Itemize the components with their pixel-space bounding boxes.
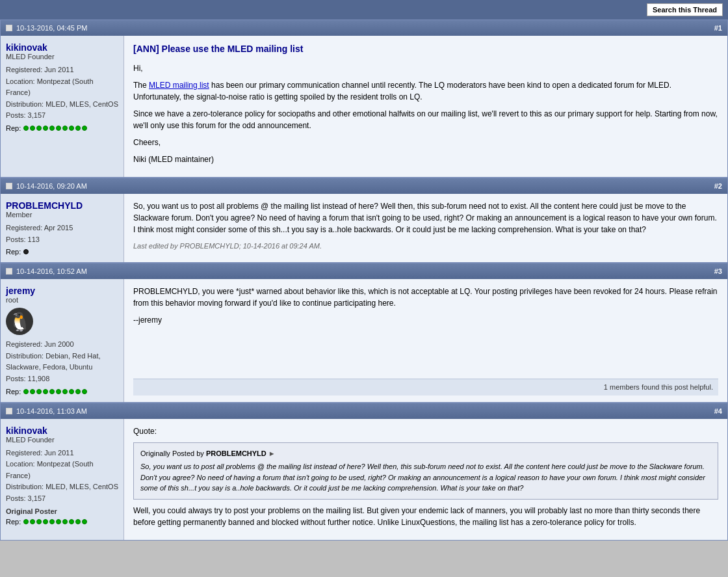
rep-dot <box>62 389 68 394</box>
rep-dot <box>30 126 35 131</box>
rep-dot <box>43 126 48 131</box>
post-1-header-left: 10-13-2016, 04:45 PM <box>6 24 87 32</box>
post-2-edit-note: Last edited by PROBLEMCHYLD; 10-14-2016 … <box>133 241 718 252</box>
rep-dot <box>82 389 87 394</box>
rep-dot <box>69 389 74 394</box>
post-3-posts: Posts: 11,908 <box>6 373 118 385</box>
post-3-user-info: jeremy root 🐧 Registered: Jun 2000 Distr… <box>1 279 124 401</box>
post-3-username[interactable]: jeremy <box>6 286 118 296</box>
post-3-para-0: PROBLEMCHYLD, you were *just* warned abo… <box>133 286 718 309</box>
quote-text: So, you want us to post all problems @ t… <box>140 461 711 494</box>
post-1-rep: Rep: <box>6 124 118 132</box>
op-label: Original Poster <box>6 507 118 515</box>
post-icon <box>6 408 12 414</box>
rep-dot <box>56 519 61 524</box>
post-4-username[interactable]: kikinovak <box>6 425 118 436</box>
post-4-quote-label: Quote: <box>133 425 718 437</box>
rep-dot <box>49 126 55 131</box>
post-4-para-0: Well, you could always try to post your … <box>133 505 718 528</box>
post-2-rep-dots <box>23 249 29 254</box>
post-1-user-meta: Registered: Jun 2011 Location: Montpezat… <box>6 64 118 122</box>
post-2-header: 10-14-2016, 09:20 AM #2 <box>1 178 727 194</box>
rep-dot <box>69 519 74 524</box>
rep-dot <box>23 126 29 131</box>
rep-dot <box>36 519 42 524</box>
rep-dot <box>82 126 87 131</box>
post-1-registered: Registered: Jun 2011 <box>6 64 118 76</box>
post-4-distribution: Distribution: MLED, MLES, CentOS <box>6 481 118 493</box>
post-4-content: Quote: Originally Posted by PROBLEMCHYLD… <box>124 419 727 540</box>
search-thread-button[interactable]: Search this Thread <box>647 3 723 16</box>
post-icon <box>6 25 12 31</box>
post-2-rep: Rep: <box>6 248 118 256</box>
rep-dot <box>49 519 55 524</box>
mled-mailing-list-link[interactable]: MLED mailing list <box>149 81 209 90</box>
post-3-rep-label: Rep: <box>6 388 21 396</box>
rep-dot <box>69 126 74 131</box>
quote-arrow-icon: ► <box>268 450 276 457</box>
post-3-date: 10-14-2016, 10:52 AM <box>16 267 87 275</box>
quote-author: PROBLEMCHYLD <box>206 450 266 457</box>
post-3-registered: Registered: Jun 2000 <box>6 339 118 351</box>
post-2-user-meta: Registered: Apr 2015 Posts: 113 <box>6 222 118 245</box>
tux-icon: 🐧 <box>8 311 31 332</box>
post-1-rep-label: Rep: <box>6 124 21 132</box>
post-4-user-title: MLED Founder <box>6 436 118 444</box>
post-2-para-0: So, you want us to post all problems @ t… <box>133 200 718 235</box>
rep-dot <box>23 389 29 394</box>
post-3-distribution: Distribution: Debian, Red Hat, Slackware… <box>6 351 118 373</box>
post-3: 10-14-2016, 10:52 AM #3 jeremy root 🐧 Re… <box>0 263 728 402</box>
rep-dot <box>43 389 48 394</box>
post-4-rep-dots <box>23 519 87 524</box>
post-1-body: kikinovak MLED Founder Registered: Jun 2… <box>1 36 727 177</box>
post-2-username[interactable]: PROBLEMCHYLD <box>6 200 118 211</box>
post-2-number: #2 <box>714 182 722 190</box>
post-4-rep-label: Rep: <box>6 518 21 526</box>
post-1-header: 10-13-2016, 04:45 PM #1 <box>1 20 727 36</box>
post-4-header: 10-14-2016, 11:03 AM #4 <box>1 403 727 419</box>
rep-dot <box>30 389 35 394</box>
post-3-rep: Rep: <box>6 388 118 396</box>
post-2: 10-14-2016, 09:20 AM #2 PROBLEMCHYLD Mem… <box>0 178 728 263</box>
post-3-user-meta: Registered: Jun 2000 Distribution: Debia… <box>6 339 118 384</box>
post-1-posts: Posts: 3,157 <box>6 110 118 122</box>
post-3-body: jeremy root 🐧 Registered: Jun 2000 Distr… <box>1 279 727 401</box>
post-2-posts: Posts: 113 <box>6 234 118 246</box>
post-1-rep-dots <box>23 126 87 131</box>
post-1-date: 10-13-2016, 04:45 PM <box>16 24 87 32</box>
rep-dot <box>56 126 61 131</box>
post-4-user-meta: Registered: Jun 2011 Location: Montpezat… <box>6 448 118 505</box>
post-2-header-left: 10-14-2016, 09:20 AM <box>6 182 87 190</box>
post-2-rep-label: Rep: <box>6 248 21 256</box>
post-1-user-info: kikinovak MLED Founder Registered: Jun 2… <box>1 36 124 177</box>
quote-header: Originally Posted by PROBLEMCHYLD ► <box>140 448 711 459</box>
rep-dot <box>30 519 35 524</box>
post-3-number: #3 <box>714 267 722 275</box>
post-3-header-left: 10-14-2016, 10:52 AM <box>6 267 87 275</box>
post-1-number: #1 <box>714 24 722 32</box>
post-icon <box>6 183 12 189</box>
post-2-registered: Registered: Apr 2015 <box>6 222 118 234</box>
post-1-para-4: Niki (MLED maintainer) <box>133 154 718 165</box>
rep-dot <box>36 389 42 394</box>
post-1-para-3: Cheers, <box>133 137 718 148</box>
post-4-registered: Registered: Jun 2011 <box>6 448 118 459</box>
post-2-user-title: Member <box>6 211 118 219</box>
post-4-number: #4 <box>714 407 722 415</box>
post-4-posts: Posts: 3,157 <box>6 493 118 505</box>
page-wrapper: Search this Thread 10-13-2016, 04:45 PM … <box>0 0 728 541</box>
post-4-user-info: kikinovak MLED Founder Registered: Jun 2… <box>1 419 124 540</box>
post-1-para-2: Since we have a zero-tolerance policy fo… <box>133 108 718 131</box>
post-1-location: Location: Montpezat (South France) <box>6 76 118 99</box>
rep-dot <box>56 389 61 394</box>
post-2-content: So, you want us to post all problems @ t… <box>124 194 727 262</box>
post-3-content: PROBLEMCHYLD, you were *just* warned abo… <box>124 279 727 401</box>
rep-dot <box>75 389 81 394</box>
post-3-header: 10-14-2016, 10:52 AM #3 <box>1 263 727 279</box>
rep-dot <box>23 519 29 524</box>
post-1-distribution: Distribution: MLED, MLES, CentOS <box>6 99 118 111</box>
rep-dot <box>75 519 81 524</box>
post-1-content: [ANN] Please use the MLED mailing list H… <box>124 36 727 177</box>
post-1-username[interactable]: kikinovak <box>6 42 118 53</box>
post-1-user-title: MLED Founder <box>6 53 118 60</box>
